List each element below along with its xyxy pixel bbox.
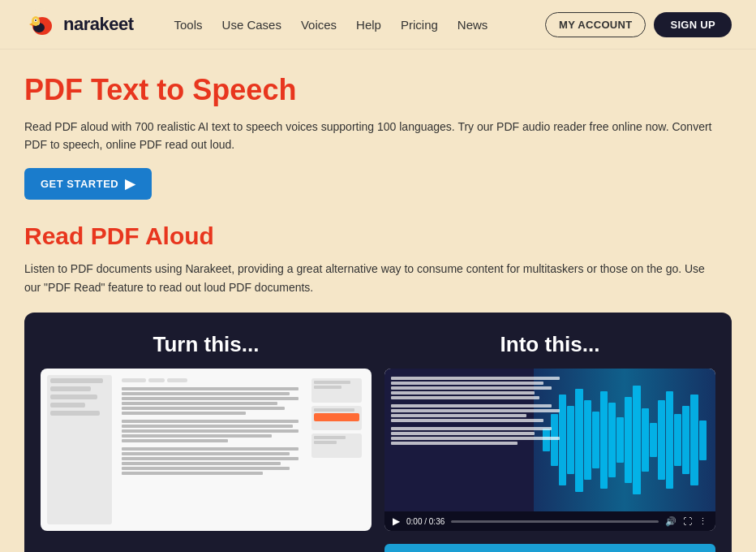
logo-icon <box>24 8 57 41</box>
logo[interactable]: narakeet <box>24 8 134 41</box>
svg-point-8 <box>35 19 37 21</box>
time-display: 0:00 / 0:36 <box>406 517 445 526</box>
video-text <box>384 369 566 511</box>
nav-voices[interactable]: Voices <box>301 18 337 32</box>
main-nav: Tools Use Cases Voices Help Pricing News <box>174 18 522 32</box>
my-account-button[interactable]: MY ACCOUNT <box>545 12 646 37</box>
read-pdf-aloud-button[interactable]: READ PDF ALOUD ▶ <box>384 544 715 552</box>
main-content: PDF Text to Speech Read PDF aloud with 7… <box>0 50 756 552</box>
pdf-right-panel <box>308 375 365 524</box>
section-title: Read PDF Aloud <box>24 222 732 250</box>
demo-col-left: Turn this... <box>41 332 372 531</box>
nav-news[interactable]: News <box>457 18 488 32</box>
progress-bar[interactable] <box>451 520 659 523</box>
video-mockup: ▶ 0:00 / 0:36 🔊 ⛶ ⋮ <box>384 369 715 531</box>
section-description: Listen to PDF documents using Narakeet, … <box>24 260 722 296</box>
pdf-content <box>117 375 303 524</box>
col1-title: Turn this... <box>41 332 372 357</box>
download-document-button[interactable]: DOWNLOAD DOCUMENT ▼ <box>41 544 372 552</box>
video-content <box>384 369 715 511</box>
video-controls[interactable]: ▶ 0:00 / 0:36 🔊 ⛶ ⋮ <box>384 511 715 531</box>
header-buttons: MY ACCOUNT SIGN UP <box>545 12 732 37</box>
nav-pricing[interactable]: Pricing <box>401 18 438 32</box>
page-description: Read PDF aloud with 700 realistic AI tex… <box>24 118 722 154</box>
demo-panel: Turn this... <box>24 313 732 552</box>
nav-tools[interactable]: Tools <box>174 18 203 32</box>
fullscreen-icon[interactable]: ⛶ <box>683 516 692 527</box>
nav-use-cases[interactable]: Use Cases <box>222 18 281 32</box>
logo-text: narakeet <box>63 14 134 35</box>
demo-col-right: Into this... <box>384 332 715 531</box>
get-started-button[interactable]: GET STARTED ▶ <box>24 168 152 200</box>
sign-up-button[interactable]: SIGN UP <box>654 12 732 37</box>
arrow-icon: ▶ <box>125 176 135 192</box>
nav-help[interactable]: Help <box>356 18 381 32</box>
more-options-icon[interactable]: ⋮ <box>698 516 707 527</box>
video-control-icons: 🔊 ⛶ ⋮ <box>665 516 707 527</box>
page-title: PDF Text to Speech <box>24 74 732 106</box>
pdf-preview <box>41 369 372 531</box>
header: narakeet Tools Use Cases Voices Help Pri… <box>0 0 756 50</box>
volume-icon[interactable]: 🔊 <box>665 516 677 527</box>
col2-title: Into this... <box>384 332 715 357</box>
play-button[interactable]: ▶ <box>393 515 400 527</box>
video-preview: ▶ 0:00 / 0:36 🔊 ⛶ ⋮ <box>384 369 715 531</box>
demo-bottom: DOWNLOAD DOCUMENT ▼ READ PDF ALOUD ▶ <box>41 544 715 552</box>
pdf-sidebar <box>47 375 112 524</box>
